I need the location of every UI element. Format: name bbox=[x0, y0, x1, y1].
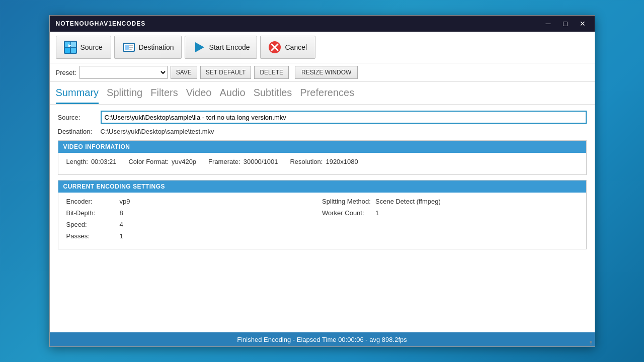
tab-splitting[interactable]: Splitting bbox=[107, 86, 142, 104]
content-area: Source: Destination: C:\Users\yuki\Deskt… bbox=[50, 105, 595, 332]
splitting-method-row: Splitting Method: Scene Detect (ffmpeg) bbox=[322, 198, 578, 205]
splitting-method-value: Scene Detect (ffmpeg) bbox=[375, 198, 441, 205]
statusbar: Finished Encoding - Elapsed Time 00:00:0… bbox=[50, 332, 595, 346]
titlebar: NOTENOUGHAV1ENCODES ─ □ ✕ bbox=[50, 16, 595, 32]
worker-count-value: 1 bbox=[375, 209, 379, 217]
window-controls: ─ □ ✕ bbox=[540, 19, 591, 29]
destination-icon bbox=[122, 40, 136, 54]
bit-depth-value: 8 bbox=[120, 209, 123, 217]
start-encode-label: Start Encode bbox=[209, 43, 250, 51]
main-window: NOTENOUGHAV1ENCODES ─ □ ✕ Source bbox=[49, 15, 595, 347]
encoding-settings-section: CURRENT ENCODING SETTINGS Encoder: vp9 B… bbox=[58, 180, 587, 249]
source-button[interactable]: Source bbox=[56, 36, 111, 59]
destination-field-value: C:\Users\yuki\Desktop\sample\test.mkv bbox=[101, 128, 587, 135]
encoder-value: vp9 bbox=[120, 198, 130, 205]
start-encode-button[interactable]: Start Encode bbox=[185, 36, 258, 59]
maximize-button[interactable]: □ bbox=[557, 19, 574, 29]
svg-rect-10 bbox=[129, 47, 133, 48]
splitting-method-item: Splitting Method: Scene Detect (ffmpeg) … bbox=[322, 198, 578, 244]
resize-grip[interactable]: ⠿ bbox=[588, 339, 595, 346]
tab-filters[interactable]: Filters bbox=[150, 86, 178, 104]
passes-label: Passes: bbox=[66, 232, 117, 240]
svg-rect-11 bbox=[129, 49, 132, 50]
source-label: Source bbox=[80, 43, 103, 51]
length-item: Length: 00:03:21 bbox=[66, 158, 117, 165]
speed-row: Speed: 4 bbox=[66, 221, 323, 228]
destination-field-label: Destination: bbox=[58, 128, 101, 135]
speed-value: 4 bbox=[120, 221, 123, 228]
tab-audio[interactable]: Audio bbox=[219, 86, 245, 104]
color-format-item: Color Format: yuv420p bbox=[128, 158, 196, 165]
preset-select[interactable] bbox=[79, 66, 168, 79]
worker-count-row: Worker Count: 1 bbox=[322, 209, 578, 217]
tab-summary[interactable]: Summary bbox=[56, 86, 99, 104]
source-icon bbox=[63, 40, 77, 54]
svg-rect-2 bbox=[71, 42, 76, 47]
app-title: NOTENOUGHAV1ENCODES bbox=[56, 20, 146, 27]
destination-button[interactable]: Destination bbox=[114, 36, 182, 59]
set-default-button[interactable]: SET DEFAULT bbox=[200, 66, 252, 79]
svg-rect-8 bbox=[125, 45, 129, 50]
toolbar: Source Destination Start bbox=[50, 32, 595, 63]
framerate-label: Framerate: bbox=[208, 158, 240, 165]
svg-rect-9 bbox=[129, 45, 133, 46]
minimize-button[interactable]: ─ bbox=[540, 19, 556, 29]
bit-depth-row: Bit-Depth: 8 bbox=[66, 209, 323, 217]
tab-preferences[interactable]: Preferences bbox=[300, 86, 354, 104]
delete-button[interactable]: DELETE bbox=[254, 66, 289, 79]
video-info-header: VIDEO INFORMATION bbox=[58, 141, 586, 153]
resolution-label: Resolution: bbox=[290, 158, 323, 165]
passes-value: 1 bbox=[120, 232, 123, 240]
tab-subtitles[interactable]: Subtitles bbox=[254, 86, 292, 104]
destination-label: Destination bbox=[139, 43, 174, 51]
save-button[interactable]: SAVE bbox=[171, 66, 197, 79]
source-row: Source: bbox=[58, 111, 587, 124]
video-info-body: Length: 00:03:21 Color Format: yuv420p F… bbox=[58, 153, 586, 174]
encoder-label: Encoder: bbox=[66, 198, 117, 205]
encoder-item: Encoder: vp9 Bit-Depth: 8 Speed: 4 Passe… bbox=[66, 198, 323, 244]
video-info-row: Length: 00:03:21 Color Format: yuv420p F… bbox=[66, 158, 578, 167]
tab-video[interactable]: Video bbox=[186, 86, 212, 104]
speed-label: Speed: bbox=[66, 221, 117, 228]
statusbar-text: Finished Encoding - Elapsed Time 00:00:0… bbox=[237, 336, 407, 343]
resolution-item: Resolution: 1920x1080 bbox=[290, 158, 358, 165]
destination-row: Destination: C:\Users\yuki\Desktop\sampl… bbox=[58, 128, 587, 135]
encoding-settings-body: Encoder: vp9 Bit-Depth: 8 Speed: 4 Passe… bbox=[58, 193, 586, 249]
splitting-method-label: Splitting Method: bbox=[322, 198, 372, 205]
start-encode-icon bbox=[192, 40, 206, 54]
resize-window-button[interactable]: RESIZE WINDOW bbox=[295, 66, 358, 79]
length-value: 00:03:21 bbox=[91, 158, 117, 165]
color-format-label: Color Format: bbox=[128, 158, 168, 165]
encoder-row: Encoder: vp9 bbox=[66, 198, 323, 205]
passes-row: Passes: 1 bbox=[66, 232, 323, 240]
svg-marker-12 bbox=[195, 42, 204, 52]
video-info-section: VIDEO INFORMATION Length: 00:03:21 Color… bbox=[58, 140, 587, 175]
preset-row: Preset: SAVE SET DEFAULT DELETE RESIZE W… bbox=[50, 63, 595, 82]
tabs-bar: Summary Splitting Filters Video Audio Su… bbox=[50, 82, 595, 105]
close-button[interactable]: ✕ bbox=[575, 19, 591, 29]
framerate-item: Framerate: 30000/1001 bbox=[208, 158, 278, 165]
cancel-icon bbox=[268, 40, 282, 54]
svg-rect-4 bbox=[71, 48, 76, 53]
encoding-settings-header: CURRENT ENCODING SETTINGS bbox=[58, 180, 586, 193]
length-label: Length: bbox=[66, 158, 88, 165]
resolution-value: 1920x1080 bbox=[326, 158, 358, 165]
svg-rect-3 bbox=[65, 48, 70, 53]
color-format-value: yuv420p bbox=[172, 158, 196, 165]
cancel-button[interactable]: Cancel bbox=[260, 36, 315, 59]
preset-label: Preset: bbox=[56, 69, 76, 76]
bit-depth-label: Bit-Depth: bbox=[66, 209, 117, 217]
source-field-input[interactable] bbox=[101, 111, 587, 124]
framerate-value: 30000/1001 bbox=[244, 158, 278, 165]
cancel-label: Cancel bbox=[285, 43, 307, 51]
worker-count-label: Worker Count: bbox=[322, 209, 372, 217]
source-field-label: Source: bbox=[58, 114, 101, 121]
